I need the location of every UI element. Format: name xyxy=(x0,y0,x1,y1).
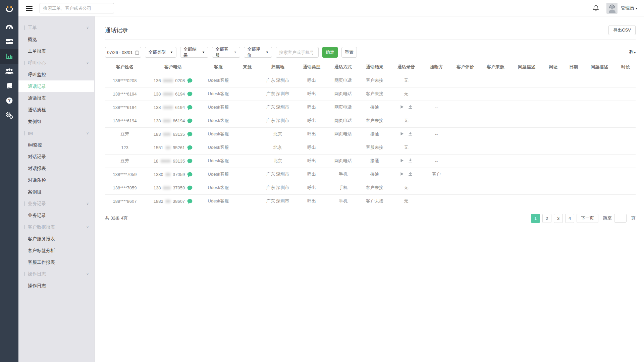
chevron-down-icon: ∨ xyxy=(86,272,89,276)
global-search-input[interactable] xyxy=(40,3,114,13)
chat-bubble-icon[interactable] xyxy=(187,132,193,137)
play-recording-icon[interactable] xyxy=(400,132,404,136)
table-row[interactable]: 188****8607 18828838607 Udesk客服 广东 深圳市 呼… xyxy=(105,194,636,208)
chat-bubble-icon[interactable] xyxy=(187,159,193,164)
sidebar-section-customer-data-reports[interactable]: 客户数据报表 ∨ xyxy=(18,221,94,233)
call-method-cell: 手机 xyxy=(327,168,359,181)
table-row[interactable]: 豆芳 18888863135 Udesk客服 北京 呼出 网页电话 接通 xyxy=(105,154,636,168)
jump-to-label: 跳至 xyxy=(603,215,612,221)
sidebar-item-ticket-report[interactable]: 工单报表 xyxy=(18,45,94,57)
url-cell xyxy=(542,87,564,101)
sidebar-item-business-records[interactable]: 业务记录 xyxy=(18,209,94,221)
record-count-summary: 共 32条 4页 xyxy=(105,215,128,221)
download-recording-icon[interactable] xyxy=(408,172,413,176)
page-button-1[interactable]: 1 xyxy=(531,214,540,223)
hangup-party-cell xyxy=(422,87,450,101)
chat-bubble-icon[interactable] xyxy=(187,185,193,190)
download-recording-icon[interactable] xyxy=(408,105,413,109)
download-recording-icon[interactable] xyxy=(408,131,413,136)
chat-bubble-icon[interactable] xyxy=(187,105,193,110)
sidebar-item-im-case-group[interactable]: 案例组 xyxy=(18,186,94,198)
nav-customers[interactable] xyxy=(0,64,18,78)
sidebar-item-label: 客户标签分析 xyxy=(28,248,55,254)
rating-cell xyxy=(450,141,480,154)
issue-desc2-cell xyxy=(583,181,615,194)
sidebar-item-chat-records[interactable]: 对话记录 xyxy=(18,151,94,163)
reset-button[interactable]: 重置 xyxy=(341,47,357,58)
udesk-logo[interactable] xyxy=(0,0,18,19)
call-result-cell: 客服未接 xyxy=(359,141,390,154)
call-result-select[interactable]: 全部结果▼ xyxy=(180,47,208,58)
table-row[interactable]: 123 15518895261 Udesk客服 北京 呼出 客服未接 无 xyxy=(105,141,636,154)
sidebar-item-customer-service-report[interactable]: 客户服务报表 xyxy=(18,233,94,245)
chat-bubble-icon[interactable] xyxy=(187,145,193,150)
chat-bubble-icon[interactable] xyxy=(187,172,193,177)
table-row[interactable]: 136****0208 13688880208 Udesk客服 广东 深圳市 呼… xyxy=(105,74,636,87)
sidebar-item-agent-work-report[interactable]: 客服工作报表 xyxy=(18,256,94,268)
jump-page-input[interactable] xyxy=(614,214,627,223)
sidebar-item-call-report[interactable]: 通话报表 xyxy=(18,92,94,104)
sidebar-section-business[interactable]: 业务记录 ∨ xyxy=(18,198,94,209)
nav-help[interactable]: ? xyxy=(0,93,18,108)
customer-phone-search-input[interactable] xyxy=(276,47,319,58)
rating-select[interactable]: 全部评价▼ xyxy=(244,47,272,58)
sidebar-item-call-case-group[interactable]: 案例组 xyxy=(18,116,94,127)
sidebar-item-call-monitor[interactable]: 呼叫监控 xyxy=(18,69,94,80)
sidebar-item-overview[interactable]: 概览 xyxy=(18,34,94,45)
table-row[interactable]: 138****6194 13888886194 Udesk客服 广东 深圳市 呼… xyxy=(105,114,636,127)
play-recording-icon[interactable] xyxy=(400,105,404,109)
chat-bubble-icon[interactable] xyxy=(187,78,193,83)
page-button-3[interactable]: 3 xyxy=(554,214,563,223)
table-row[interactable]: 138****6194 13888886194 Udesk客服 广东 深圳市 呼… xyxy=(105,101,636,114)
sidebar-item-im-monitor[interactable]: IM监控 xyxy=(18,139,94,151)
confirm-button[interactable]: 确定 xyxy=(322,47,338,58)
page-button-4[interactable]: 4 xyxy=(565,214,574,223)
call-type-select[interactable]: 全部类型▼ xyxy=(145,47,176,58)
agent-select[interactable]: 全部客服▼ xyxy=(212,47,240,58)
sidebar-item-call-qc[interactable]: 通话质检 xyxy=(18,104,94,116)
sidebar-item-customer-tag-analysis[interactable]: 客户标签分析 xyxy=(18,245,94,256)
chat-bubble-icon[interactable] xyxy=(187,92,193,97)
sidebar-section-call-center[interactable]: 呼叫中心 ∨ xyxy=(18,57,94,69)
source-cell xyxy=(235,154,259,168)
menu-toggle-icon[interactable] xyxy=(26,5,33,12)
play-recording-icon[interactable] xyxy=(400,172,404,176)
sidebar-section-im[interactable]: IM ∨ xyxy=(18,127,94,139)
table-row[interactable]: 138****6194 13888886194 Udesk客服 广东 深圳市 呼… xyxy=(105,87,636,101)
nav-settings[interactable] xyxy=(0,108,18,123)
play-recording-icon[interactable] xyxy=(400,159,404,163)
table-row[interactable]: 138****7059 13888837059 Udesk客服 广东 深圳市 呼… xyxy=(105,181,636,194)
user-menu-caret-icon[interactable]: ▾ xyxy=(636,6,637,10)
nav-knowledge-base[interactable] xyxy=(0,78,18,93)
issue-desc2-cell xyxy=(583,168,615,181)
nav-tickets[interactable] xyxy=(0,34,18,49)
sidebar-item-chat-report[interactable]: 对话报表 xyxy=(18,163,94,174)
date-range-picker[interactable]: 07/26 - 08/01 xyxy=(105,47,141,58)
next-page-button[interactable]: 下一页 xyxy=(577,214,598,223)
chat-bubble-icon[interactable] xyxy=(187,118,193,123)
nav-reports-active[interactable] xyxy=(0,49,18,64)
columns-toggle[interactable]: 列▾ xyxy=(629,49,636,55)
sidebar-item-chat-qc[interactable]: 对话质检 xyxy=(18,174,94,186)
table-row[interactable]: 138****7059 13808837059 Udesk客服 广东 深圳市 呼… xyxy=(105,168,636,181)
issue-desc-cell xyxy=(511,181,542,194)
notifications-bell-icon[interactable] xyxy=(593,5,599,12)
issue-desc2-cell xyxy=(583,101,615,114)
nav-dashboard[interactable] xyxy=(0,19,18,34)
table-row[interactable]: 豆芳 18388863135 Udesk客服 北京 呼出 网页电话 接通 xyxy=(105,127,636,141)
sidebar-section-operation-logs[interactable]: 操作日志 ∨ xyxy=(18,268,94,280)
sidebar-section-tickets[interactable]: 工单 ∨ xyxy=(18,22,94,34)
download-recording-icon[interactable] xyxy=(408,158,413,163)
location-cell: 北京 xyxy=(259,141,296,154)
user-avatar[interactable] xyxy=(606,3,618,14)
call-method-cell: 网页电话 xyxy=(327,154,359,168)
col-header-6: 通话方式 xyxy=(327,61,359,74)
chat-bubble-icon[interactable] xyxy=(187,199,193,204)
redacted-phone-digits: 88 xyxy=(166,145,170,150)
sidebar-item-call-records[interactable]: 通话记录 xyxy=(18,80,94,92)
sidebar-item-operation-log[interactable]: 操作日志 xyxy=(18,280,94,292)
export-csv-button[interactable]: 导出CSV xyxy=(608,25,636,35)
rating-cell xyxy=(450,87,480,101)
page-button-2[interactable]: 2 xyxy=(542,214,551,223)
user-name[interactable]: 管理员 xyxy=(621,5,634,11)
